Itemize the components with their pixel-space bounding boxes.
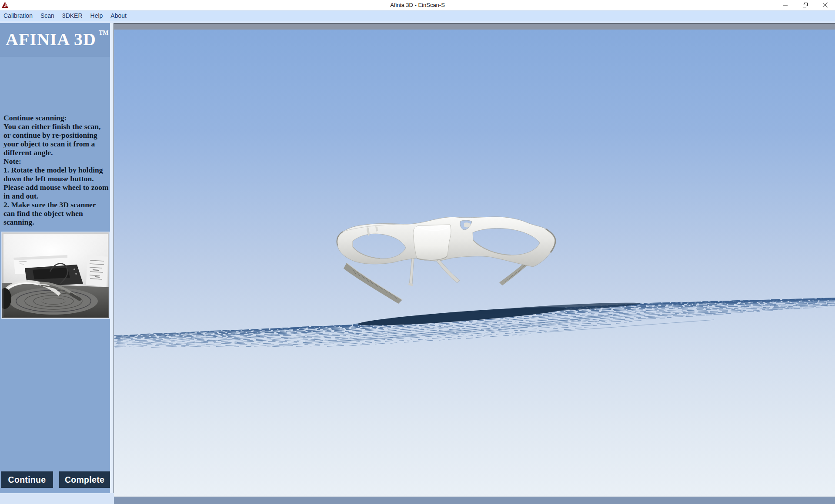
- instruction-line: 2. Make sure the 3D scanner can find the…: [3, 200, 109, 226]
- main-content: AFINIA 3DTM Continue scanning: You can e…: [0, 21, 835, 504]
- scan-instructions: Continue scanning: You can either finish…: [3, 113, 109, 226]
- menu-scan[interactable]: Scan: [37, 10, 58, 21]
- title-bar: Afinia 3D - EinScan-S: [0, 0, 835, 10]
- instruction-line: 1. Rotate the model by holding down the …: [3, 166, 109, 200]
- menu-help[interactable]: Help: [87, 10, 107, 21]
- menu-bar: Calibration Scan 3DKER Help About: [0, 10, 835, 21]
- trademark-symbol: TM: [99, 30, 109, 36]
- brand-block: AFINIA 3DTM: [0, 23, 110, 57]
- brand-title: AFINIA 3DTM: [6, 29, 106, 50]
- instruction-line: Note:: [3, 157, 109, 166]
- nose-prong-right: [437, 259, 460, 283]
- scanned-glasses-model: [334, 214, 561, 309]
- sidebar-panel: AFINIA 3DTM Continue scanning: You can e…: [0, 23, 110, 493]
- instruction-line: Continue scanning:: [3, 113, 109, 122]
- close-icon[interactable]: [815, 0, 835, 10]
- complete-button[interactable]: Complete: [59, 471, 110, 488]
- instruction-line: You can either finish the scan, or conti…: [3, 122, 109, 157]
- minimize-icon[interactable]: [775, 0, 795, 10]
- temple-arm-left: [344, 263, 402, 304]
- restore-icon[interactable]: [795, 0, 815, 10]
- sidebar-bottom-strip: [0, 493, 114, 504]
- viewport-bottom-bar: [114, 497, 835, 504]
- scan-viewport: [114, 23, 835, 497]
- menu-3dker[interactable]: 3DKER: [58, 10, 87, 21]
- nose-prong-left: [409, 258, 414, 285]
- camera-preview: [1, 232, 110, 319]
- menu-calibration[interactable]: Calibration: [0, 10, 37, 21]
- viewport-top-bar: [114, 23, 835, 30]
- continue-button[interactable]: Continue: [1, 471, 53, 488]
- window-title: Afinia 3D - EinScan-S: [0, 0, 835, 10]
- menu-about[interactable]: About: [107, 10, 130, 21]
- scene-3d[interactable]: [114, 30, 835, 497]
- sidebar-actions: Continue Complete: [0, 471, 110, 488]
- sidebar-viewport-divider: [110, 23, 114, 493]
